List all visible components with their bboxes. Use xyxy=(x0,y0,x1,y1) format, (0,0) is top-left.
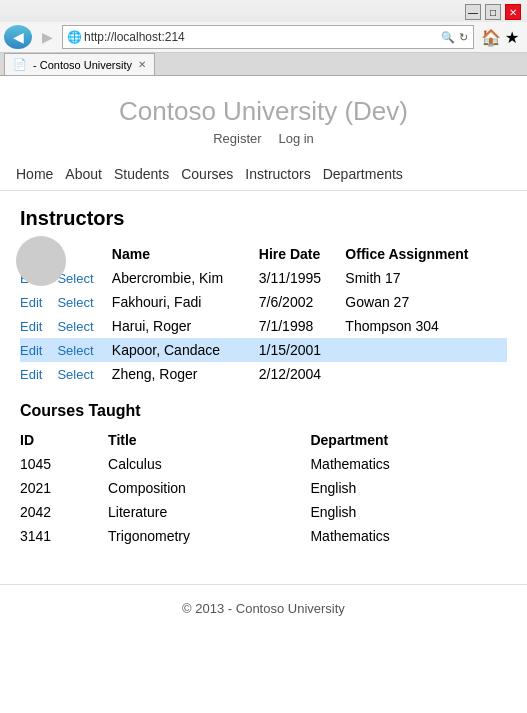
footer: © 2013 - Contoso University xyxy=(0,584,527,632)
table-row: Edit Select Fakhouri, Fadi 7/6/2002 Gowa… xyxy=(20,290,507,314)
page-heading: Instructors xyxy=(20,207,507,230)
courses-heading: Courses Taught xyxy=(20,402,507,420)
table-row: Edit Select Harui, Roger 7/1/1998 Thomps… xyxy=(20,314,507,338)
tab-close-button[interactable]: ✕ xyxy=(138,59,146,70)
forward-icon: ▶ xyxy=(42,29,53,45)
nav-departments[interactable]: Departments xyxy=(323,166,415,182)
courses-col-title: Title xyxy=(108,428,310,452)
select-link-3[interactable]: Select xyxy=(57,343,93,358)
hiredate-3: 1/15/2001 xyxy=(259,338,346,362)
site-header: Contoso University (Dev) Register Log in xyxy=(0,76,527,158)
home-icon[interactable]: 🏠 xyxy=(481,28,501,47)
forward-button[interactable]: ▶ xyxy=(35,25,59,49)
tab-bar: 📄 - Contoso University ✕ xyxy=(0,53,527,75)
col-header-hiredate: Hire Date xyxy=(259,242,346,266)
course-dept-0: Mathematics xyxy=(310,452,507,476)
course-row: 3141 Trigonometry Mathematics xyxy=(20,524,507,548)
col-header-office: Office Assignment xyxy=(345,242,507,266)
course-row: 2021 Composition English xyxy=(20,476,507,500)
nav-bar: ◀ ▶ 🌐 http://localhost:214 🔍 ↻ 🏠 ★ xyxy=(0,22,527,53)
select-link-1[interactable]: Select xyxy=(57,295,93,310)
search-icon[interactable]: 🔍 xyxy=(440,31,456,44)
name-2: Harui, Roger xyxy=(112,314,259,338)
name-0: Abercrombie, Kim xyxy=(112,266,259,290)
edit-link-2[interactable]: Edit xyxy=(20,319,42,334)
nav-home[interactable]: Home xyxy=(16,166,65,182)
profile-avatar xyxy=(16,236,66,286)
nav-courses[interactable]: Courses xyxy=(181,166,245,182)
minimize-button[interactable]: — xyxy=(465,4,481,20)
table-row: Edit Select Abercrombie, Kim 3/11/1995 S… xyxy=(20,266,507,290)
table-row: Edit Select Zheng, Roger 2/12/2004 xyxy=(20,362,507,386)
course-dept-2: English xyxy=(310,500,507,524)
course-dept-1: English xyxy=(310,476,507,500)
course-id-1: 2021 xyxy=(20,476,108,500)
refresh-icon[interactable]: ↻ xyxy=(458,31,469,44)
course-id-2: 2042 xyxy=(20,500,108,524)
content-area: Instructors Name Hire Date Office Assign… xyxy=(0,191,527,564)
address-text: http://localhost:214 xyxy=(84,30,437,44)
favorites-icon[interactable]: ★ xyxy=(505,28,519,47)
courses-table: ID Title Department 1045 Calculus Mathem… xyxy=(20,428,507,548)
globe-icon: 🌐 xyxy=(67,30,81,44)
course-title-3: Trigonometry xyxy=(108,524,310,548)
courses-col-id: ID xyxy=(20,428,108,452)
nav-students[interactable]: Students xyxy=(114,166,181,182)
office-4 xyxy=(345,362,507,386)
office-3 xyxy=(345,338,507,362)
courses-table-body: 1045 Calculus Mathematics 2021 Compositi… xyxy=(20,452,507,548)
course-row: 1045 Calculus Mathematics xyxy=(20,452,507,476)
back-button[interactable]: ◀ xyxy=(4,25,32,49)
table-row-selected: Edit Select Kapoor, Candace 1/15/2001 xyxy=(20,338,507,362)
edit-link-1[interactable]: Edit xyxy=(20,295,42,310)
select-link-0[interactable]: Select xyxy=(57,271,93,286)
table-header: Name Hire Date Office Assignment xyxy=(20,242,507,266)
table-body: Edit Select Abercrombie, Kim 3/11/1995 S… xyxy=(20,266,507,386)
footer-text: © 2013 - Contoso University xyxy=(182,601,345,616)
col-header-name: Name xyxy=(112,242,259,266)
close-button[interactable]: ✕ xyxy=(505,4,521,20)
main-nav: Home About Students Courses Instructors … xyxy=(0,158,527,191)
course-id-3: 3141 xyxy=(20,524,108,548)
select-link-2[interactable]: Select xyxy=(57,319,93,334)
register-link[interactable]: Register xyxy=(213,131,261,146)
browser-chrome: — □ ✕ ◀ ▶ 🌐 http://localhost:214 🔍 ↻ 🏠 ★… xyxy=(0,0,527,76)
address-bar[interactable]: 🌐 http://localhost:214 🔍 ↻ xyxy=(62,25,474,49)
courses-table-header: ID Title Department xyxy=(20,428,507,452)
hiredate-0: 3/11/1995 xyxy=(259,266,346,290)
course-id-0: 1045 xyxy=(20,452,108,476)
edit-link-4[interactable]: Edit xyxy=(20,367,42,382)
course-title-1: Composition xyxy=(108,476,310,500)
name-1: Fakhouri, Fadi xyxy=(112,290,259,314)
select-link-4[interactable]: Select xyxy=(57,367,93,382)
courses-section: Courses Taught ID Title Department 1045 … xyxy=(20,402,507,548)
site-title: Contoso University (Dev) xyxy=(10,96,517,127)
maximize-button[interactable]: □ xyxy=(485,4,501,20)
hiredate-4: 2/12/2004 xyxy=(259,362,346,386)
course-row: 2042 Literature English xyxy=(20,500,507,524)
course-title-0: Calculus xyxy=(108,452,310,476)
nav-instructors[interactable]: Instructors xyxy=(245,166,322,182)
edit-link-3[interactable]: Edit xyxy=(20,343,42,358)
office-0: Smith 17 xyxy=(345,266,507,290)
name-3: Kapoor, Candace xyxy=(112,338,259,362)
address-bar-buttons: 🔍 ↻ xyxy=(440,31,469,44)
office-2: Thompson 304 xyxy=(345,314,507,338)
login-link[interactable]: Log in xyxy=(278,131,313,146)
nav-about[interactable]: About xyxy=(65,166,114,182)
page-content: Contoso University (Dev) Register Log in… xyxy=(0,76,527,632)
hiredate-1: 7/6/2002 xyxy=(259,290,346,314)
office-1: Gowan 27 xyxy=(345,290,507,314)
browser-tab[interactable]: 📄 - Contoso University ✕ xyxy=(4,53,155,75)
back-icon: ◀ xyxy=(13,29,24,45)
tab-favicon: 📄 xyxy=(13,58,27,71)
name-4: Zheng, Roger xyxy=(112,362,259,386)
instructors-table: Name Hire Date Office Assignment Edit Se… xyxy=(20,242,507,386)
nav-icons: 🏠 ★ xyxy=(477,28,523,47)
tab-label: - Contoso University xyxy=(33,59,132,71)
title-bar: — □ ✕ xyxy=(0,0,527,22)
courses-col-dept: Department xyxy=(310,428,507,452)
course-title-2: Literature xyxy=(108,500,310,524)
hiredate-2: 7/1/1998 xyxy=(259,314,346,338)
course-dept-3: Mathematics xyxy=(310,524,507,548)
